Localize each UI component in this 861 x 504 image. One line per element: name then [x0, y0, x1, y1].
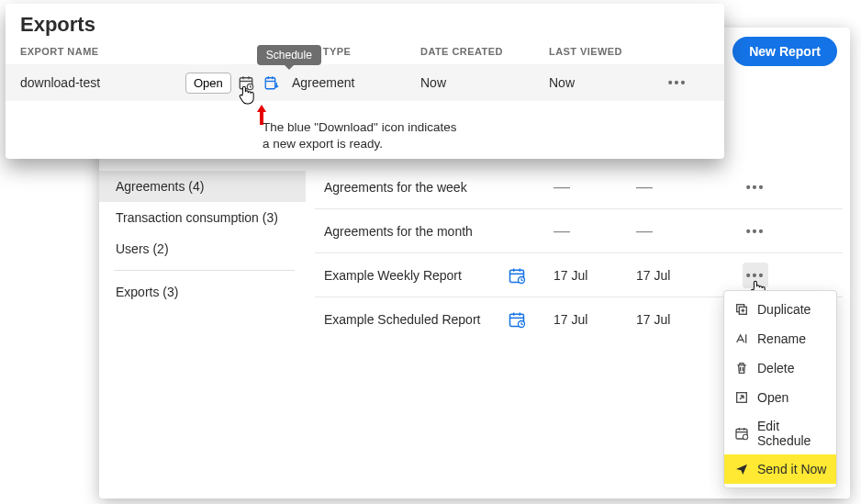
annotation-text: The blue "Download" icon indicates a new…: [263, 119, 456, 151]
menu-open[interactable]: Open: [724, 383, 836, 412]
dots-icon: •••: [746, 224, 766, 239]
menu-edit-schedule[interactable]: Edit Schedule: [724, 412, 836, 454]
header-export-name: EXPORT NAME: [6, 46, 292, 57]
exports-table-header: EXPORT NAME DATA TYPE DATE CREATED LAST …: [6, 42, 724, 64]
schedule-col: [508, 266, 554, 285]
dots-icon: •••: [746, 180, 766, 195]
calendar-icon: [508, 310, 526, 329]
export-row[interactable]: download-test Open Schedule: [6, 64, 724, 101]
report-row[interactable]: Agreements for the week — — •••: [315, 165, 843, 209]
more-button[interactable]: •••: [665, 70, 690, 95]
dots-icon: •••: [668, 75, 688, 90]
menu-label: Send it Now: [757, 462, 826, 476]
duplicate-icon: [733, 301, 750, 318]
open-button[interactable]: Open: [185, 73, 231, 94]
exports-title: Exports: [6, 4, 724, 42]
menu-label: Edit Schedule: [757, 419, 827, 448]
report-name: Example Weekly Report: [315, 268, 508, 283]
report-date1: —: [554, 177, 636, 196]
download-icon: [263, 74, 280, 91]
header-date-created: DATE CREATED: [420, 46, 549, 57]
menu-label: Rename: [757, 331, 806, 346]
export-name: download-test: [6, 75, 185, 90]
report-date1: 17 Jul: [554, 312, 636, 327]
more-button[interactable]: •••: [743, 218, 768, 244]
report-date2: —: [636, 221, 728, 241]
menu-label: Open: [757, 390, 788, 405]
menu-rename[interactable]: Rename: [724, 324, 836, 353]
menu-delete[interactable]: Delete: [724, 353, 836, 383]
menu-duplicate[interactable]: Duplicate: [724, 295, 836, 324]
report-date2: 17 Jul: [636, 268, 728, 283]
schedule-col: [508, 310, 554, 329]
sidebar-item-agreements[interactable]: Agreements (4): [99, 171, 306, 202]
calendar-icon: [733, 425, 750, 442]
tooltip: Schedule: [257, 45, 321, 65]
report-date1: —: [554, 221, 636, 241]
context-menu: Duplicate Rename Delete Open Edit Schedu…: [723, 290, 837, 488]
download-button[interactable]: [261, 72, 283, 94]
exports-panel: Exports EXPORT NAME DATA TYPE DATE CREAT…: [6, 4, 724, 159]
report-row[interactable]: Agreements for the month — — •••: [315, 209, 843, 253]
menu-label: Duplicate: [757, 302, 811, 317]
export-created: Now: [420, 75, 549, 90]
report-name: Agreements for the week: [315, 180, 508, 195]
cursor-hand-icon: [237, 83, 257, 106]
sidebar-item-users[interactable]: Users (2): [99, 233, 306, 264]
menu-label: Delete: [757, 361, 794, 375]
send-icon: [733, 461, 750, 477]
export-viewed: Now: [549, 75, 659, 90]
sidebar-item-transaction-consumption[interactable]: Transaction consumption (3): [99, 202, 306, 233]
divider: [114, 270, 295, 271]
sidebar: Agreements (4) Transaction consumption (…: [99, 171, 306, 308]
svg-point-27: [743, 434, 747, 439]
schedule-button[interactable]: Schedule: [235, 72, 257, 94]
open-icon: [733, 389, 750, 406]
header-last-viewed: LAST VIEWED: [549, 46, 659, 57]
report-name: Example Scheduled Report: [315, 312, 508, 327]
report-name: Agreements for the month: [315, 224, 508, 239]
report-date2: 17 Jul: [636, 312, 728, 327]
report-date1: 17 Jul: [554, 268, 636, 283]
more-button[interactable]: •••: [743, 174, 768, 200]
sidebar-item-exports[interactable]: Exports (3): [99, 276, 306, 308]
export-type: Agreement: [292, 75, 420, 90]
rename-icon: [733, 330, 750, 347]
report-date2: —: [636, 177, 728, 196]
new-report-button[interactable]: New Report: [732, 37, 837, 66]
svg-rect-35: [265, 78, 275, 89]
trash-icon: [733, 360, 750, 376]
menu-send-it-now[interactable]: Send it Now: [724, 454, 836, 484]
more-button[interactable]: •••: [743, 263, 768, 288]
calendar-icon: [508, 266, 526, 285]
